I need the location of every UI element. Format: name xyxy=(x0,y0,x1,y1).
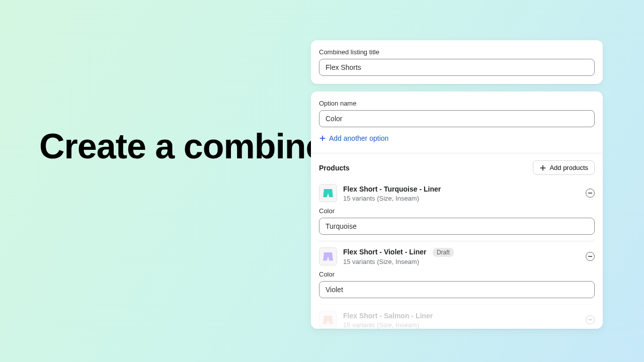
title-card: Combined listing title xyxy=(311,40,603,84)
products-heading: Products xyxy=(319,164,350,172)
product-color-input[interactable] xyxy=(319,281,595,298)
combined-listing-title-input[interactable] xyxy=(319,59,595,76)
product-row: Flex Short - Turquoise - Liner 15 varian… xyxy=(319,184,595,202)
shorts-icon xyxy=(321,313,335,326)
products-header: Products Add products xyxy=(311,153,603,175)
option-card: Option name Add another option Products … xyxy=(311,92,603,329)
add-products-button[interactable]: Add products xyxy=(533,160,595,175)
product-row: Flex Short - Salmon - Liner 15 variants … xyxy=(319,311,595,329)
product-thumbnail xyxy=(319,311,337,329)
add-another-option-button[interactable]: Add another option xyxy=(319,134,388,142)
remove-product-button[interactable] xyxy=(586,252,595,261)
add-products-label: Add products xyxy=(549,164,588,171)
color-label: Color xyxy=(319,207,595,215)
product-row: Flex Short - Violet - Liner Draft 15 var… xyxy=(319,247,595,265)
option-name-input[interactable] xyxy=(319,110,595,127)
shorts-icon xyxy=(321,250,335,263)
status-badge: Draft xyxy=(433,248,454,257)
product-block: Flex Short - Salmon - Liner 15 variants … xyxy=(319,304,595,329)
add-another-option-label: Add another option xyxy=(329,134,388,142)
title-label: Combined listing title xyxy=(319,48,595,56)
product-meta: 15 variants (Size, Inseam) xyxy=(343,195,580,202)
product-name: Flex Short - Turquoise - Liner xyxy=(343,185,441,193)
form-panel: Combined listing title Option name Add a… xyxy=(311,40,603,329)
plus-icon xyxy=(319,135,326,142)
product-name: Flex Short - Violet - Liner xyxy=(343,248,426,256)
product-meta: 15 variants (Size, Inseam) xyxy=(343,321,580,329)
shorts-icon xyxy=(321,187,335,200)
color-label: Color xyxy=(319,270,595,278)
remove-product-button[interactable] xyxy=(586,315,595,324)
plus-icon xyxy=(539,164,546,171)
option-name-label: Option name xyxy=(319,100,595,107)
product-thumbnail xyxy=(319,184,337,202)
product-meta: 15 variants (Size, Inseam) xyxy=(343,258,580,265)
product-name: Flex Short - Salmon - Liner xyxy=(343,312,433,320)
product-thumbnail xyxy=(319,247,337,265)
product-color-input[interactable] xyxy=(319,218,595,235)
product-block: Flex Short - Turquoise - Liner 15 varian… xyxy=(319,181,595,235)
remove-product-button[interactable] xyxy=(586,189,595,198)
product-block: Flex Short - Violet - Liner Draft 15 var… xyxy=(319,241,595,298)
